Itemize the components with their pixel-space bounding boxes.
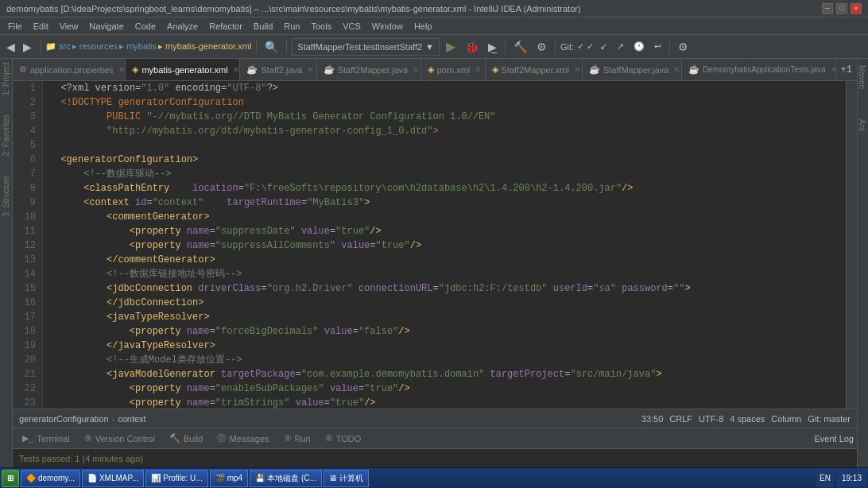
maximize-button[interactable]: □ — [836, 3, 847, 14]
tab-version-control[interactable]: ⑨ Version Control — [78, 432, 161, 445]
menu-edit[interactable]: Edit — [29, 20, 53, 33]
tab-label-mybatis-generator-xml: mybatis-generator.xml — [141, 65, 227, 75]
code-line-13: </commentGenerator> — [49, 253, 839, 267]
taskbar-demomybatis[interactable]: 🔶 demomy... — [21, 470, 80, 487]
tab-staff2-java[interactable]: ☕ Staff2.java ✕ — [240, 59, 316, 80]
line-num-2: 2 — [19, 95, 36, 110]
git-history-button[interactable]: 🕐 — [630, 38, 648, 56]
vc-icon: ⑨ — [84, 433, 92, 443]
menu-window[interactable]: Window — [367, 20, 408, 33]
tab-bar: ⚙ application.properties ✕ ◈ mybatis-gen… — [13, 59, 857, 81]
run-config-selector[interactable]: StaffMapperTest.testInsertStaff2 ▼ — [292, 38, 440, 56]
tab-close-staff2[interactable]: ✕ — [307, 65, 313, 74]
git-checkmarks: ✓ ✓ — [577, 41, 594, 52]
tab-messages[interactable]: ⓪ Messages — [211, 431, 275, 446]
run-button[interactable]: ▶ — [443, 38, 459, 56]
code-line-9: <context id="context" targetRuntime="MyB… — [49, 196, 839, 210]
menu-file[interactable]: File — [3, 20, 27, 33]
clock-time: 19:13 — [842, 474, 862, 482]
line-num-14: 14 — [19, 267, 36, 281]
taskbar-local-disk[interactable]: 💾 本地磁盘 (C... — [250, 470, 322, 487]
java-icon-staff2: ☕ — [246, 64, 258, 75]
maven-panel-label[interactable]: Maven — [858, 62, 868, 92]
ant-panel-label[interactable]: Ant — [858, 116, 868, 134]
forward-button[interactable]: ▶ — [20, 38, 35, 56]
search-button[interactable]: 🔍 — [262, 38, 281, 56]
git-branch[interactable]: Git: master — [808, 414, 851, 424]
code-line-21: <javaModelGenerator targetPackage="com.e… — [49, 367, 839, 381]
build-button[interactable]: 🔨 — [510, 38, 530, 56]
tab-mybatis-generator-xml[interactable]: ◈ mybatis-generator.xml ✕ — [126, 59, 240, 80]
tab-staff2mapper-xml[interactable]: ◈ Staff2Mapper.xml ✕ — [486, 59, 583, 80]
menu-code[interactable]: Code — [130, 20, 161, 33]
tab-staffmapper-java[interactable]: ☕ StaffMapper.java ✕ — [583, 59, 682, 80]
tab-close-staff2mapper-xml[interactable]: ✕ — [574, 65, 580, 74]
coverage-button[interactable]: ▶̲ — [485, 38, 500, 56]
git-update-button[interactable]: ↙ — [597, 38, 610, 56]
line-ending[interactable]: CRLF — [669, 414, 692, 424]
tab-run[interactable]: ④ Run — [277, 432, 317, 445]
tab-close-staff2mapper[interactable]: ✕ — [413, 65, 419, 74]
tab-close-mybatis[interactable]: ✕ — [233, 65, 239, 74]
line-num-17: 17 — [19, 310, 36, 324]
rebuild-button[interactable]: ⚙ — [533, 38, 550, 56]
menu-refactor[interactable]: Refactor — [204, 20, 247, 33]
tab-staff2mapper-java[interactable]: ☕ Staff2Mapper.java ✕ — [317, 59, 421, 80]
tab-todo[interactable]: ⑥ TODO — [319, 432, 368, 445]
code-line-16: </jdbcConnection> — [49, 296, 839, 310]
menu-help[interactable]: Help — [409, 20, 437, 33]
sidebar-item-structure[interactable]: 3: Structure — [2, 176, 10, 217]
taskbar-profile[interactable]: 📊 Profile: U... — [145, 470, 207, 487]
tab-terminal[interactable]: ▶_ Terminal — [16, 432, 76, 445]
taskbar-computer[interactable]: 🖥 计算机 — [324, 470, 369, 487]
taskbar-mp4[interactable]: 🎬 mp4 — [210, 470, 248, 487]
code-line-4: "http://mybatis.org/dtd/mybatis-generato… — [49, 124, 839, 138]
close-button[interactable]: ✕ — [851, 3, 862, 14]
settings-button[interactable]: ⚙ — [675, 38, 692, 56]
indent[interactable]: 4 spaces — [730, 414, 765, 424]
tab-pom-xml[interactable]: ◈ pom.xml ✕ — [421, 59, 486, 80]
tab-close-pom[interactable]: ✕ — [475, 65, 481, 74]
toolbar-project: 📁 src ▸ resources ▸ mybatis ▸ mybatis-ge… — [45, 41, 251, 52]
menu-vcs[interactable]: VCS — [338, 20, 366, 33]
menu-run[interactable]: Run — [279, 20, 304, 33]
toolbar-sep-3 — [286, 40, 287, 54]
right-panel-strip: Maven Ant — [857, 59, 868, 467]
minimize-button[interactable]: ─ — [822, 3, 833, 14]
mp4-icon: 🎬 — [215, 474, 225, 482]
debug-button[interactable]: 🐞 — [462, 38, 482, 56]
code-line-8: <classPathEntry location="F:\freeSofts\r… — [49, 181, 839, 196]
tab-application-properties[interactable]: ⚙ application.properties ✕ — [13, 59, 126, 80]
code-editor[interactable]: <?xml version="1.0" encoding="UTF-8"?> <… — [43, 81, 846, 409]
sidebar-item-favorites[interactable]: 2: Favorites — [2, 114, 10, 156]
start-button[interactable]: ⊞ — [2, 470, 19, 487]
code-line-20: <!--生成Model类存放位置--> — [49, 353, 839, 367]
taskbar-xmlmap[interactable]: 📄 XMLMAP... — [82, 470, 144, 487]
code-line-19: </javaTypeResolver> — [49, 339, 839, 353]
back-button[interactable]: ◀ — [3, 38, 18, 56]
tab-close-staffmapper[interactable]: ✕ — [673, 65, 680, 74]
demomybatis-label: demomy... — [38, 474, 75, 482]
run-label: Run — [295, 434, 311, 443]
xml-icon-pom: ◈ — [428, 64, 434, 75]
menu-view[interactable]: View — [55, 20, 83, 33]
encoding[interactable]: UTF-8 — [699, 414, 723, 424]
tab-build[interactable]: 🔨 Build — [163, 432, 209, 445]
left-tool-strip: 1: Project 2: Favorites 3: Structure — [0, 59, 13, 467]
event-log-label[interactable]: Event Log — [814, 434, 854, 443]
tab-overflow[interactable]: +1 — [836, 59, 857, 80]
cursor-position: 33:50 — [641, 414, 664, 424]
tab-demomybatisapplication-tests[interactable]: ☕ DemomybatisApplicationTests.java ✕ — [682, 59, 835, 80]
git-revert-button[interactable]: ↩ — [651, 38, 665, 56]
line-num-18: 18 — [19, 324, 36, 339]
tab-label-tests: DemomybatisApplicationTests.java — [703, 65, 826, 74]
menu-analyze[interactable]: Analyze — [162, 20, 203, 33]
right-scroll-gutter[interactable] — [846, 81, 857, 409]
sidebar-item-project[interactable]: 1: Project — [2, 62, 10, 95]
menu-build[interactable]: Build — [249, 20, 277, 33]
menu-tools[interactable]: Tools — [306, 20, 336, 33]
git-push-button[interactable]: ↗ — [614, 38, 627, 56]
menu-navigate[interactable]: Navigate — [84, 20, 128, 33]
tab-close-application-properties[interactable]: ✕ — [118, 65, 125, 74]
code-line-18: <property name="forceBigDecimals" value=… — [49, 324, 839, 339]
